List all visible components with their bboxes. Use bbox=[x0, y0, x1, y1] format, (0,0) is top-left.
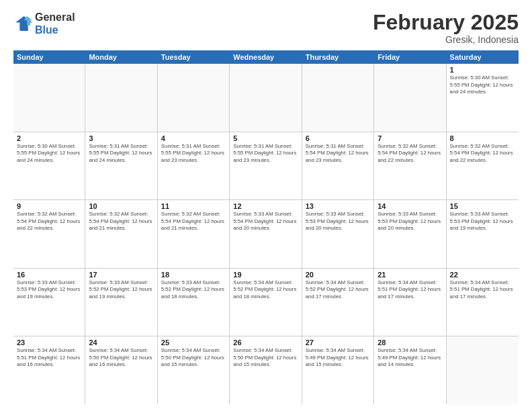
logo-text: General Blue bbox=[35, 11, 75, 36]
header-day-sunday: Sunday bbox=[13, 50, 85, 64]
day-info: Sunrise: 5:31 AM Sunset: 5:54 PM Dayligh… bbox=[306, 143, 370, 165]
day-info: Sunrise: 5:30 AM Sunset: 5:55 PM Dayligh… bbox=[17, 143, 81, 165]
day-number: 11 bbox=[161, 202, 226, 210]
day-cell-18: 18Sunrise: 5:33 AM Sunset: 5:52 PM Dayli… bbox=[158, 269, 230, 336]
header-day-friday: Friday bbox=[374, 50, 446, 64]
day-number: 19 bbox=[233, 271, 298, 279]
day-cell-7: 7Sunrise: 5:32 AM Sunset: 5:54 PM Daylig… bbox=[374, 132, 446, 200]
day-number: 16 bbox=[17, 271, 81, 279]
day-number: 18 bbox=[161, 271, 226, 279]
day-info: Sunrise: 5:34 AM Sunset: 5:51 PM Dayligh… bbox=[378, 279, 442, 301]
empty-cell bbox=[447, 336, 519, 404]
day-cell-5: 5Sunrise: 5:31 AM Sunset: 5:55 PM Daylig… bbox=[230, 132, 302, 200]
empty-cell bbox=[230, 64, 302, 132]
day-number: 24 bbox=[89, 338, 153, 347]
day-cell-23: 23Sunrise: 5:34 AM Sunset: 5:51 PM Dayli… bbox=[13, 336, 85, 404]
day-number: 25 bbox=[161, 338, 226, 347]
empty-cell bbox=[158, 64, 230, 132]
day-number: 6 bbox=[306, 134, 370, 142]
location: Gresik, Indonesia bbox=[373, 34, 519, 45]
day-info: Sunrise: 5:34 AM Sunset: 5:52 PM Dayligh… bbox=[233, 279, 298, 301]
day-cell-26: 26Sunrise: 5:34 AM Sunset: 5:50 PM Dayli… bbox=[230, 336, 302, 404]
title-block: February 2025 Gresik, Indonesia bbox=[373, 11, 519, 45]
header-day-tuesday: Tuesday bbox=[158, 50, 230, 64]
day-cell-1: 1Sunrise: 5:30 AM Sunset: 5:55 PM Daylig… bbox=[447, 64, 519, 132]
day-number: 10 bbox=[89, 202, 153, 210]
day-cell-27: 27Sunrise: 5:34 AM Sunset: 5:49 PM Dayli… bbox=[302, 336, 374, 404]
week-row-2: 2Sunrise: 5:30 AM Sunset: 5:55 PM Daylig… bbox=[13, 132, 519, 201]
day-number: 21 bbox=[378, 271, 442, 279]
day-cell-16: 16Sunrise: 5:33 AM Sunset: 5:53 PM Dayli… bbox=[13, 269, 85, 336]
day-info: Sunrise: 5:33 AM Sunset: 5:52 PM Dayligh… bbox=[161, 279, 226, 301]
day-cell-17: 17Sunrise: 5:33 AM Sunset: 5:52 PM Dayli… bbox=[85, 269, 157, 336]
day-cell-3: 3Sunrise: 5:31 AM Sunset: 5:55 PM Daylig… bbox=[85, 132, 157, 200]
day-info: Sunrise: 5:34 AM Sunset: 5:49 PM Dayligh… bbox=[306, 347, 370, 369]
day-number: 20 bbox=[306, 271, 370, 279]
day-cell-22: 22Sunrise: 5:34 AM Sunset: 5:51 PM Dayli… bbox=[447, 269, 519, 336]
day-cell-28: 28Sunrise: 5:34 AM Sunset: 5:49 PM Dayli… bbox=[374, 336, 446, 404]
day-info: Sunrise: 5:31 AM Sunset: 5:55 PM Dayligh… bbox=[233, 143, 298, 165]
day-cell-13: 13Sunrise: 5:33 AM Sunset: 5:53 PM Dayli… bbox=[302, 200, 374, 268]
calendar-body: 1Sunrise: 5:30 AM Sunset: 5:55 PM Daylig… bbox=[13, 64, 519, 404]
empty-cell bbox=[13, 64, 85, 132]
day-cell-25: 25Sunrise: 5:34 AM Sunset: 5:50 PM Dayli… bbox=[158, 336, 230, 404]
day-cell-20: 20Sunrise: 5:34 AM Sunset: 5:52 PM Dayli… bbox=[302, 269, 374, 336]
day-cell-21: 21Sunrise: 5:34 AM Sunset: 5:51 PM Dayli… bbox=[374, 269, 446, 336]
day-cell-6: 6Sunrise: 5:31 AM Sunset: 5:54 PM Daylig… bbox=[302, 132, 374, 200]
logo-icon bbox=[13, 14, 32, 33]
day-cell-24: 24Sunrise: 5:34 AM Sunset: 5:50 PM Dayli… bbox=[85, 336, 157, 404]
day-info: Sunrise: 5:32 AM Sunset: 5:54 PM Dayligh… bbox=[17, 211, 81, 232]
day-cell-8: 8Sunrise: 5:32 AM Sunset: 5:54 PM Daylig… bbox=[447, 132, 519, 200]
day-cell-12: 12Sunrise: 5:33 AM Sunset: 5:54 PM Dayli… bbox=[230, 200, 302, 268]
day-info: Sunrise: 5:34 AM Sunset: 5:50 PM Dayligh… bbox=[89, 347, 153, 369]
day-info: Sunrise: 5:33 AM Sunset: 5:53 PM Dayligh… bbox=[450, 211, 515, 232]
day-number: 27 bbox=[306, 338, 370, 347]
empty-cell bbox=[302, 64, 374, 132]
day-number: 28 bbox=[378, 338, 442, 347]
day-cell-4: 4Sunrise: 5:31 AM Sunset: 5:55 PM Daylig… bbox=[158, 132, 230, 200]
calendar: SundayMondayTuesdayWednesdayThursdayFrid… bbox=[13, 50, 519, 404]
day-info: Sunrise: 5:32 AM Sunset: 5:54 PM Dayligh… bbox=[89, 211, 153, 232]
day-info: Sunrise: 5:31 AM Sunset: 5:55 PM Dayligh… bbox=[89, 143, 153, 165]
day-info: Sunrise: 5:34 AM Sunset: 5:51 PM Dayligh… bbox=[450, 279, 515, 301]
day-cell-10: 10Sunrise: 5:32 AM Sunset: 5:54 PM Dayli… bbox=[85, 200, 157, 268]
empty-cell bbox=[85, 64, 157, 132]
day-number: 13 bbox=[306, 202, 370, 210]
day-info: Sunrise: 5:33 AM Sunset: 5:53 PM Dayligh… bbox=[17, 279, 81, 301]
day-number: 7 bbox=[378, 134, 442, 142]
day-info: Sunrise: 5:33 AM Sunset: 5:52 PM Dayligh… bbox=[89, 279, 153, 301]
day-number: 22 bbox=[450, 271, 515, 279]
week-row-1: 1Sunrise: 5:30 AM Sunset: 5:55 PM Daylig… bbox=[13, 64, 519, 132]
day-number: 9 bbox=[17, 202, 81, 210]
empty-cell bbox=[374, 64, 446, 132]
day-number: 17 bbox=[89, 271, 153, 279]
day-info: Sunrise: 5:32 AM Sunset: 5:54 PM Dayligh… bbox=[161, 211, 226, 232]
day-info: Sunrise: 5:32 AM Sunset: 5:54 PM Dayligh… bbox=[378, 143, 442, 165]
day-cell-2: 2Sunrise: 5:30 AM Sunset: 5:55 PM Daylig… bbox=[13, 132, 85, 200]
day-cell-11: 11Sunrise: 5:32 AM Sunset: 5:54 PM Dayli… bbox=[158, 200, 230, 268]
month-title: February 2025 bbox=[373, 11, 519, 34]
day-cell-9: 9Sunrise: 5:32 AM Sunset: 5:54 PM Daylig… bbox=[13, 200, 85, 268]
day-info: Sunrise: 5:34 AM Sunset: 5:50 PM Dayligh… bbox=[161, 347, 226, 369]
day-number: 4 bbox=[161, 134, 226, 142]
header-day-wednesday: Wednesday bbox=[230, 50, 302, 64]
day-number: 1 bbox=[450, 66, 515, 74]
day-info: Sunrise: 5:31 AM Sunset: 5:55 PM Dayligh… bbox=[161, 143, 226, 165]
day-number: 26 bbox=[233, 338, 298, 347]
day-number: 14 bbox=[378, 202, 442, 210]
calendar-header: SundayMondayTuesdayWednesdayThursdayFrid… bbox=[13, 50, 519, 64]
header-day-monday: Monday bbox=[85, 50, 157, 64]
day-number: 8 bbox=[450, 134, 515, 142]
day-cell-15: 15Sunrise: 5:33 AM Sunset: 5:53 PM Dayli… bbox=[447, 200, 519, 268]
day-cell-19: 19Sunrise: 5:34 AM Sunset: 5:52 PM Dayli… bbox=[230, 269, 302, 336]
day-number: 5 bbox=[233, 134, 298, 142]
week-row-5: 23Sunrise: 5:34 AM Sunset: 5:51 PM Dayli… bbox=[13, 336, 519, 404]
week-row-3: 9Sunrise: 5:32 AM Sunset: 5:54 PM Daylig… bbox=[13, 200, 519, 269]
day-number: 3 bbox=[89, 134, 153, 142]
header-day-thursday: Thursday bbox=[302, 50, 374, 64]
day-number: 2 bbox=[17, 134, 81, 142]
header: General Blue February 2025 Gresik, Indon… bbox=[13, 11, 519, 45]
day-info: Sunrise: 5:34 AM Sunset: 5:49 PM Dayligh… bbox=[378, 347, 442, 369]
day-info: Sunrise: 5:34 AM Sunset: 5:51 PM Dayligh… bbox=[17, 347, 81, 369]
day-info: Sunrise: 5:32 AM Sunset: 5:54 PM Dayligh… bbox=[450, 143, 515, 165]
